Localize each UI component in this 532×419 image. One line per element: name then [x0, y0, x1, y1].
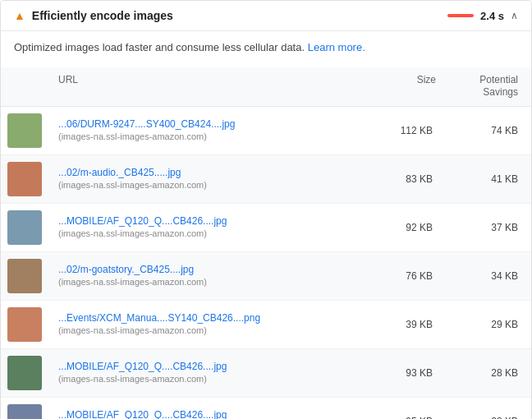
header-right: 2.4 s ∧ [447, 10, 518, 22]
learn-more-link[interactable]: Learn more. [308, 41, 365, 53]
col-url-label: URL [58, 74, 370, 99]
size-cell: 112 KB [370, 125, 436, 136]
table-row: ...MOBILE/AF_Q120_Q....CB426....jpg(imag… [1, 204, 531, 252]
url-domain: (images-na.ssl-images-amazon.com) [58, 228, 364, 240]
url-main[interactable]: ...MOBILE/AF_Q120_Q....CB426....jpg [58, 360, 364, 374]
table-row: ...MOBILE/AF_Q120_Q....CB426....jpg(imag… [1, 349, 531, 398]
url-domain: (images-na.ssl-images-amazon.com) [58, 325, 364, 337]
url-domain: (images-na.ssl-images-amazon.com) [58, 131, 364, 143]
url-main[interactable]: ...MOBILE/AF_Q120_Q....CB426....jpg [58, 408, 364, 419]
panel-header: ▲ Efficiently encode images 2.4 s ∧ [1, 1, 531, 31]
panel: ▲ Efficiently encode images 2.4 s ∧ Opti… [0, 0, 532, 419]
url-domain: (images-na.ssl-images-amazon.com) [58, 179, 364, 191]
url-domain: (images-na.ssl-images-amazon.com) [58, 373, 364, 385]
savings-cell: 28 KB [436, 367, 518, 379]
table-body: ...06/DURM-9247....SY400_CB424....jpg(im… [1, 107, 531, 419]
panel-description: Optimized images load faster and consume… [1, 31, 531, 67]
header-left: ▲ Efficiently encode images [14, 9, 173, 22]
size-cell: 92 KB [370, 222, 436, 233]
table-row: ...02/m-goatstory._CB425....jpg(images-n… [1, 252, 531, 301]
url-main[interactable]: ...Events/XCM_Manua....SY140_CB426....pn… [58, 311, 364, 325]
thumbnail [7, 404, 42, 419]
url-cell: ...Events/XCM_Manua....SY140_CB426....pn… [52, 311, 370, 338]
url-main[interactable]: ...02/m-goatstory._CB425....jpg [58, 263, 364, 277]
table-wrapper: URL Size PotentialSavings ...06/DURM-924… [1, 67, 531, 420]
table-row: ...MOBILE/AF_Q120_Q....CB426....jpg(imag… [1, 398, 531, 419]
size-cell: 95 KB [370, 416, 436, 419]
savings-cell: 28 KB [436, 416, 518, 419]
savings-cell: 37 KB [436, 222, 518, 233]
url-main[interactable]: ...02/m-audio._CB425.....jpg [58, 166, 364, 180]
chevron-icon[interactable]: ∧ [511, 10, 518, 21]
table-row: ...06/DURM-9247....SY400_CB424....jpg(im… [1, 107, 531, 155]
description-text: Optimized images load faster and consume… [14, 41, 305, 53]
url-main[interactable]: ...06/DURM-9247....SY400_CB424....jpg [58, 117, 364, 131]
panel-title: Efficiently encode images [32, 9, 173, 22]
size-cell: 76 KB [370, 270, 436, 282]
thumbnail [7, 162, 42, 196]
savings-cell: 74 KB [436, 125, 518, 136]
table-row: ...02/m-audio._CB425.....jpg(images-na.s… [1, 155, 531, 204]
col-savings-label: PotentialSavings [436, 74, 518, 99]
savings-cell: 34 KB [436, 270, 518, 282]
table-row: ...Events/XCM_Manua....SY140_CB426....pn… [1, 301, 531, 349]
score-value: 2.4 s [480, 10, 504, 22]
size-cell: 39 KB [370, 319, 436, 330]
url-domain: (images-na.ssl-images-amazon.com) [58, 276, 364, 288]
thumbnail [7, 113, 42, 148]
table-header: URL Size PotentialSavings [1, 67, 531, 107]
warning-icon: ▲ [14, 9, 25, 22]
url-main[interactable]: ...MOBILE/AF_Q120_Q....CB426....jpg [58, 214, 364, 228]
url-cell: ...02/m-audio._CB425.....jpg(images-na.s… [52, 166, 370, 192]
url-cell: ...MOBILE/AF_Q120_Q....CB426....jpg(imag… [52, 214, 370, 241]
savings-cell: 29 KB [436, 319, 518, 330]
thumbnail [7, 259, 42, 293]
col-size-label: Size [370, 74, 436, 99]
thumbnail [7, 307, 42, 342]
thumbnail [7, 356, 42, 390]
size-cell: 83 KB [370, 173, 436, 185]
url-cell: ...02/m-goatstory._CB425....jpg(images-n… [52, 263, 370, 289]
size-cell: 93 KB [370, 367, 436, 379]
savings-cell: 41 KB [436, 173, 518, 185]
url-cell: ...06/DURM-9247....SY400_CB424....jpg(im… [52, 117, 370, 144]
url-cell: ...MOBILE/AF_Q120_Q....CB426....jpg(imag… [52, 360, 370, 386]
score-bar [447, 14, 474, 17]
url-cell: ...MOBILE/AF_Q120_Q....CB426....jpg(imag… [52, 408, 370, 419]
thumbnail [7, 210, 42, 245]
